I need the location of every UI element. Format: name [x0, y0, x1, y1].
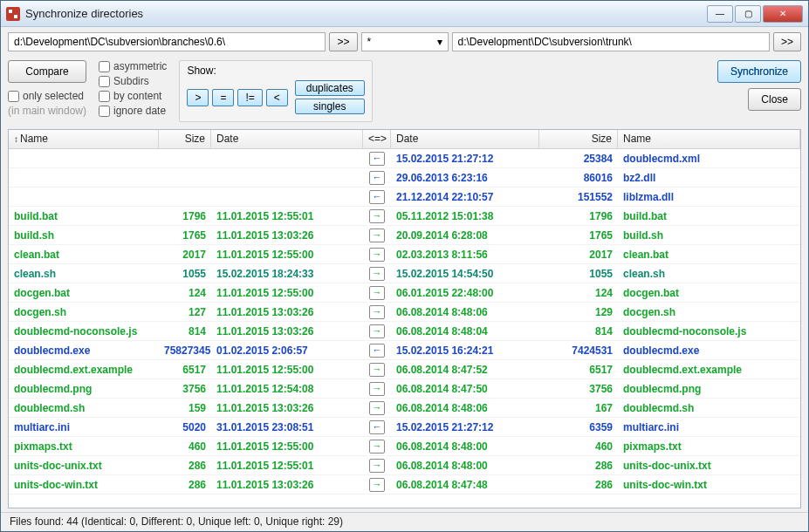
arrow-right-icon: → [369, 305, 385, 319]
cell-operation[interactable]: → [363, 286, 391, 300]
col-size-right[interactable]: Size [539, 130, 618, 148]
table-row[interactable]: doublecmd.png375611.01.2015 12:54:08→06.… [9, 379, 800, 399]
show-duplicates-button[interactable]: duplicates [295, 80, 365, 96]
copy-right-button[interactable]: >> [773, 32, 801, 51]
cell-size-left: 124 [159, 287, 211, 299]
cell-operation[interactable]: ← [363, 190, 391, 204]
ignore-date-checkbox[interactable]: ignore date [99, 105, 167, 117]
cell-operation[interactable]: → [363, 382, 391, 396]
status-bar: Files found: 44 (Identical: 0, Different… [1, 512, 808, 531]
cell-name-right: doublecmd.png [618, 383, 800, 395]
col-date-right[interactable]: Date [391, 130, 539, 148]
cell-size-right: 286 [539, 460, 618, 472]
cell-name-left: clean.bat [9, 249, 159, 261]
col-date-left[interactable]: Date [211, 130, 363, 148]
table-row[interactable]: doublecmd.ext.example651711.01.2015 12:5… [9, 360, 800, 379]
cell-operation[interactable]: ← [363, 344, 391, 358]
cell-size-left: 1055 [159, 268, 211, 280]
col-name-left[interactable]: Name [9, 130, 159, 148]
close-button[interactable]: Close [748, 88, 801, 111]
table-row[interactable]: docgen.sh12711.01.2015 13:03:26→06.08.20… [9, 303, 800, 322]
cell-operation[interactable]: → [363, 363, 391, 377]
cell-operation[interactable]: ← [363, 420, 391, 434]
cell-date-left: 01.02.2015 2:06:57 [211, 344, 363, 357]
close-window-button[interactable]: ✕ [763, 5, 803, 23]
table-row[interactable]: build.sh176511.01.2015 13:03:26→20.09.20… [9, 226, 800, 245]
subdirs-checkbox[interactable]: Subdirs [99, 75, 167, 87]
cell-date-right: 15.02.2015 21:27:12 [391, 153, 539, 165]
cell-operation[interactable]: → [363, 267, 391, 281]
table-row[interactable]: units-doc-win.txt28611.01.2015 13:03:26→… [9, 475, 800, 494]
cell-operation[interactable]: → [363, 228, 391, 242]
cell-operation[interactable]: → [363, 209, 391, 223]
show-newer-right-button[interactable]: < [266, 89, 288, 106]
table-row[interactable]: doublecmd.exe7582734501.02.2015 2:06:57←… [9, 341, 800, 360]
cell-size-left: 159 [159, 402, 211, 414]
cell-name-left: doublecmd.sh [9, 402, 159, 414]
table-row[interactable]: build.bat179611.01.2015 12:55:01→05.11.2… [9, 207, 800, 226]
synchronize-button[interactable]: Synchronize [717, 60, 801, 83]
cell-size-right: 6517 [539, 364, 618, 376]
cell-operation[interactable]: → [363, 459, 391, 473]
cell-size-left: 814 [159, 325, 211, 338]
window-buttons: — ▢ ✕ [705, 5, 803, 23]
cell-size-right: 460 [539, 440, 618, 453]
cell-size-left: 6517 [159, 364, 211, 376]
show-singles-button[interactable]: singles [295, 99, 365, 114]
by-content-checkbox[interactable]: by content [99, 90, 167, 102]
table-row[interactable]: doublecmd-noconsole.js81411.01.2015 13:0… [9, 322, 800, 341]
cell-operation[interactable]: → [363, 440, 391, 454]
table-row[interactable]: doublecmd.sh15911.01.2015 13:03:26→06.08… [9, 399, 800, 418]
table-row[interactable]: clean.sh105515.02.2015 18:24:33→15.02.20… [9, 264, 800, 283]
show-label: Show: [187, 65, 364, 77]
table-row[interactable]: clean.bat201711.01.2015 12:55:00→02.03.2… [9, 245, 800, 264]
cell-operation[interactable]: ← [363, 152, 391, 166]
copy-left-to-right-button[interactable]: >> [329, 32, 357, 51]
arrow-right-icon: → [369, 286, 385, 300]
table-row[interactable]: ←21.12.2014 22:10:57151552liblzma.dll [9, 188, 800, 207]
show-notequal-button[interactable]: != [237, 89, 262, 106]
cell-name-right: units-doc-unix.txt [618, 460, 800, 472]
cell-name-left: docgen.sh [9, 306, 159, 318]
show-equal-button[interactable]: = [212, 89, 234, 106]
table-row[interactable]: pixmaps.txt46011.01.2015 12:55:00→06.08.… [9, 437, 800, 456]
cell-operation[interactable]: → [363, 478, 391, 492]
only-selected-checkbox[interactable]: only selected [8, 90, 86, 102]
table-row[interactable]: units-doc-unix.txt28611.01.2015 12:55:01… [9, 456, 800, 475]
cell-date-left: 11.01.2015 12:55:00 [211, 440, 363, 453]
grid-body[interactable]: ←15.02.2015 21:27:1225384doublecmd.xml←2… [9, 149, 800, 508]
minimize-button[interactable]: — [707, 5, 733, 23]
left-path-input[interactable] [8, 32, 326, 51]
cell-operation[interactable]: → [363, 324, 391, 338]
cell-date-left: 11.01.2015 12:55:00 [211, 249, 363, 261]
cell-date-left: 11.01.2015 12:55:00 [211, 287, 363, 299]
show-newer-left-button[interactable]: > [187, 89, 209, 106]
cell-name-right: liblzma.dll [618, 191, 800, 203]
col-operation[interactable]: <=> [363, 130, 391, 148]
right-path-input[interactable] [452, 32, 770, 51]
arrow-right-icon: → [369, 209, 385, 223]
cell-name-left: doublecmd-noconsole.js [9, 325, 159, 338]
col-size-left[interactable]: Size [159, 130, 211, 148]
cell-operation[interactable]: → [363, 248, 391, 262]
cell-size-right: 129 [539, 306, 618, 318]
cell-date-left: 11.01.2015 13:03:26 [211, 325, 363, 338]
cell-date-left: 11.01.2015 12:55:01 [211, 210, 363, 222]
cell-operation[interactable]: ← [363, 171, 391, 185]
compare-button[interactable]: Compare [8, 60, 86, 83]
filter-combo[interactable]: *▾ [361, 32, 449, 51]
cell-name-right: docgen.bat [618, 287, 800, 299]
col-name-right[interactable]: Name [618, 130, 800, 148]
table-row[interactable]: docgen.bat12411.01.2015 12:55:00→06.01.2… [9, 283, 800, 303]
asymmetric-checkbox[interactable]: asymmetric [99, 60, 167, 72]
cell-operation[interactable]: → [363, 305, 391, 319]
maximize-button[interactable]: ▢ [735, 5, 761, 23]
cell-date-left: 11.01.2015 12:54:08 [211, 383, 363, 395]
cell-size-left: 1765 [159, 229, 211, 242]
arrow-right-icon: → [369, 324, 385, 338]
grid-header: Name Size Date <=> Date Size Name [9, 130, 800, 149]
cell-operation[interactable]: → [363, 401, 391, 415]
table-row[interactable]: ←15.02.2015 21:27:1225384doublecmd.xml [9, 149, 800, 168]
table-row[interactable]: multiarc.ini502031.01.2015 23:08:51←15.0… [9, 418, 800, 437]
table-row[interactable]: ←29.06.2013 6:23:1686016bz2.dll [9, 168, 800, 188]
